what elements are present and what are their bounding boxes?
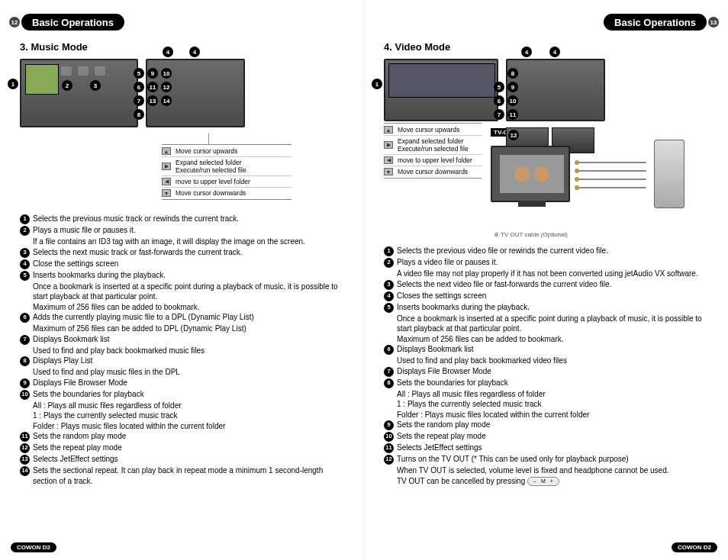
bullet-2: 2 [20,226,30,236]
music-mode-title: 3. Music Mode [20,41,350,53]
vbullet-1: 1 [384,246,394,256]
music-item-5: Inserts bookmarks during the playback. [33,270,343,281]
music-callout-4a: 4 [163,47,173,57]
music-legend-up: Move cursor upwards [176,147,237,155]
header-left: Basic Operations [21,14,124,31]
video-item-5-sub1: Once a bookmark is inserted at a specifi… [397,314,708,334]
bullet-1: 1 [20,214,30,224]
video-callout-5: 5 [494,82,504,92]
video-settings-screenshot: 4 4 8 5 9 6 10 7 11 [506,59,605,121]
music-item-11: Sets the random play mode [33,431,343,442]
music-item-7-sub1: Used to find and play back bookmarked mu… [33,346,343,356]
tvout-cables [578,155,646,193]
vbullet-9: 9 [384,420,394,430]
video-item-12: Turns on the TV OUT (* This can be used … [397,454,708,465]
vbullet-7: 7 [384,367,394,377]
music-item-5-sub1: Once a bookmark is inserted at a specifi… [33,282,343,302]
music-callout-8: 8 [134,109,144,120]
footer-right: COWON D2 [672,542,717,552]
video-item-8: Sets the boundaries for playback [397,378,708,388]
music-item-3: Selects the next music track or fast-for… [33,247,343,258]
video-item-2-sub1: A video file may not play properly if it… [397,269,708,279]
music-item-2: Plays a music file or pauses it. [33,225,343,236]
bullet-7: 7 [20,335,30,345]
music-callout-12: 12 [161,82,172,92]
music-callout-13: 13 [147,95,158,106]
bullet-4: 4 [20,259,30,269]
video-figure-row: 1 2 3 4 4 8 5 9 6 10 7 11 [384,59,714,121]
bullet-11: 11 [20,432,30,442]
music-item-10-sub2: 1 : Plays the currently selected music t… [33,410,343,421]
music-item-8-sub1: Used to find and play music files in the… [33,367,343,378]
video-item-5: Inserts bookmarks during the playback. [397,302,708,313]
video-callout-9: 9 [507,82,518,92]
music-item-1: Selects the previous music track or rewi… [33,214,343,224]
bullet-9: 9 [20,378,30,388]
bullet-10: 10 [20,390,30,400]
vbullet-12: 12 [384,455,394,465]
vbullet-11: 11 [384,443,394,453]
music-legend-down: Move cursor downwards [176,189,246,197]
video-main-screenshot: 1 2 3 [384,59,498,121]
video-item-10: Sets the repeat play mode [397,431,708,442]
music-callout-4b: 4 [189,47,200,57]
arrow-up-icon: ▲ [162,147,171,155]
music-callout-14: 14 [161,95,172,106]
vbullet-5: 5 [384,303,394,313]
button-pill: –M+ [527,477,559,485]
video-descriptions: 1Selects the previous video file or rewi… [384,246,708,486]
video-legend-box: ▲Move cursor upwards ▶Expand selected fo… [384,123,482,179]
music-legend-box: ▲Move cursor upwards ▶Expand selected fo… [162,144,292,200]
video-callout-11: 11 [507,109,518,120]
music-item-10-sub1: All : Plays all music files regardless o… [33,401,343,411]
vbullet-3: 3 [384,280,394,290]
video-callout-12: 12 [508,130,519,140]
arrow-up-icon: ▲ [384,126,393,134]
video-item-5-sub2: Maximum of 256 files can be added to boo… [397,334,708,345]
video-item-11: Selects JetEffect settings [397,443,708,453]
vbullet-4: 4 [384,291,394,301]
tvout-tv [491,146,570,202]
arrow-left-icon: ◀ [162,178,171,185]
arrow-down-icon: ▼ [162,189,171,197]
video-callout-4b: 4 [549,47,560,57]
music-callout-11: 11 [147,82,158,92]
music-callout-9: 9 [147,68,158,79]
music-settings-screenshot: 4 4 5 9 10 6 11 12 7 13 14 8 [146,59,245,127]
video-callout-7: 7 [494,109,504,120]
tvout-device [654,140,685,208]
music-item-12: Sets the repeat play mode [33,443,343,453]
video-item-7: Displays File Browser Mode [397,366,708,377]
header-right: Basic Operations [604,14,707,31]
music-item-9: Displays File Browser Mode [33,378,343,388]
music-legend-connector [208,134,209,144]
video-item-6: Displays Bookmark list [397,344,708,355]
video-callout-1: 1 [372,79,382,89]
music-legend-expand2: Execute/run selected file [176,166,246,174]
header-right-title: Basic Operations [614,17,696,28]
arrow-down-icon: ▼ [384,168,393,175]
video-callout-10: 10 [507,95,518,106]
music-item-13: Selects JetEffect settings [33,454,343,465]
music-callout-10: 10 [161,68,172,79]
video-item-8-sub3: Folder : Plays music files located withi… [397,410,708,420]
bullet-8: 8 [20,356,30,366]
page-number-left: 12 [9,17,20,27]
vbullet-8: 8 [384,378,394,388]
video-legend-up: Move cursor upwards [398,126,459,134]
music-callout-5: 5 [134,68,144,79]
music-item-8: Displays Play List [33,356,343,366]
video-item-1: Selects the previous video file or rewin… [397,246,708,256]
music-item-7: Displays Bookmark list [33,334,343,345]
arrow-right-icon: ▶ [384,141,393,149]
video-item-2: Plays a video file or pauses it. [397,257,708,268]
video-item-3: Selects the next video file or fast-forw… [397,279,708,290]
bullet-14: 14 [20,466,30,476]
music-item-14: Sets the sectional repeat. It can play b… [33,465,343,486]
vbullet-10: 10 [384,432,394,442]
music-item-6: Adds the currently playing music file to… [33,312,343,323]
music-figure-row: 1 2 3 4 4 5 9 10 6 11 12 7 13 14 8 [20,59,350,127]
bullet-5: 5 [20,271,30,281]
arrow-right-icon: ▶ [162,163,171,170]
video-item-8-sub1: All : Plays all music files regardless o… [397,389,708,400]
